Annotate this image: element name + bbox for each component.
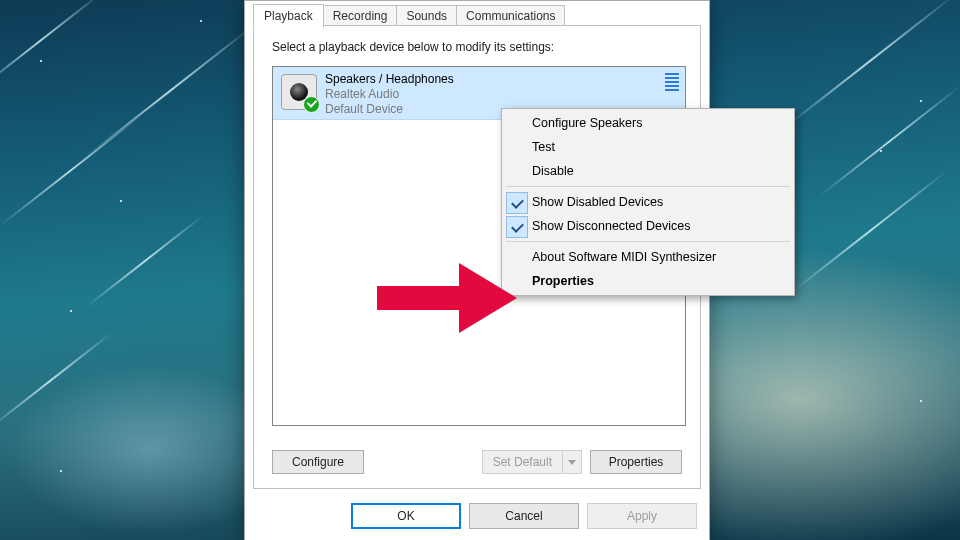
menu-properties[interactable]: Properties — [504, 269, 792, 293]
check-icon — [506, 216, 528, 238]
svg-marker-1 — [459, 263, 517, 333]
chevron-down-icon — [562, 451, 581, 473]
cancel-button[interactable]: Cancel — [469, 503, 579, 529]
svg-rect-0 — [377, 286, 465, 310]
menu-show-disabled[interactable]: Show Disabled Devices — [504, 190, 792, 214]
menu-configure-speakers[interactable]: Configure Speakers — [504, 111, 792, 135]
device-text: Speakers / Headphones Realtek Audio Defa… — [325, 72, 454, 117]
set-default-button: Set Default — [482, 450, 582, 474]
desktop-wallpaper: Playback Recording Sounds Communications… — [0, 0, 960, 540]
playback-button-row: Configure Set Default Properties — [272, 450, 682, 474]
apply-button: Apply — [587, 503, 697, 529]
annotation-arrow-icon — [377, 263, 517, 333]
properties-button[interactable]: Properties — [590, 450, 682, 474]
menu-separator — [506, 186, 790, 187]
device-status: Default Device — [325, 102, 454, 117]
dialog-action-buttons: OK Cancel Apply — [351, 503, 697, 529]
menu-show-disconnected[interactable]: Show Disconnected Devices — [504, 214, 792, 238]
menu-about-midi[interactable]: About Software MIDI Synthesizer — [504, 245, 792, 269]
volume-level-icon — [665, 73, 679, 91]
menu-test[interactable]: Test — [504, 135, 792, 159]
ok-button[interactable]: OK — [351, 503, 461, 529]
menu-show-disabled-label: Show Disabled Devices — [532, 195, 663, 209]
instruction-text: Select a playback device below to modify… — [272, 40, 554, 54]
configure-button[interactable]: Configure — [272, 450, 364, 474]
device-driver: Realtek Audio — [325, 87, 454, 102]
default-check-icon — [303, 96, 320, 113]
device-name: Speakers / Headphones — [325, 72, 454, 87]
speaker-device-icon — [281, 74, 317, 110]
menu-show-disconnected-label: Show Disconnected Devices — [532, 219, 690, 233]
device-context-menu: Configure Speakers Test Disable Show Dis… — [501, 108, 795, 296]
set-default-label: Set Default — [483, 451, 562, 473]
menu-disable[interactable]: Disable — [504, 159, 792, 183]
menu-separator — [506, 241, 790, 242]
check-icon — [506, 192, 528, 214]
tab-playback[interactable]: Playback — [253, 4, 324, 28]
